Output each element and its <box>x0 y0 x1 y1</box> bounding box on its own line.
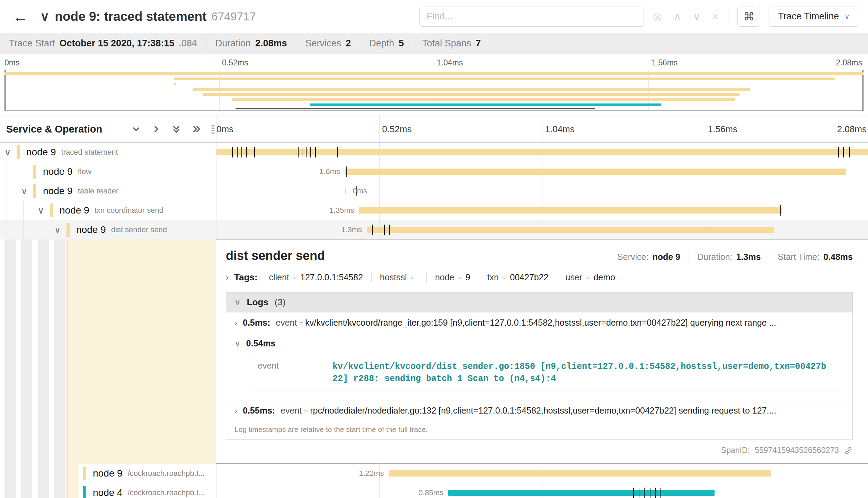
span-track[interactable]: 1.22ms <box>216 464 868 483</box>
trace-summary-bar: Trace Start October 15 2020, 17:38:15.08… <box>0 33 868 54</box>
find-next-icon[interactable]: ∨ <box>693 11 701 22</box>
logs-accordion: ∨ Logs (3) › 0.5ms: event = kv/kvclient/… <box>226 292 853 440</box>
minimap-canvas[interactable] <box>5 70 863 111</box>
summary-depth: Depth 5 <box>360 38 413 49</box>
minimap-scrubber[interactable] <box>236 108 595 109</box>
log-marker-tick <box>780 205 781 216</box>
divider <box>728 7 728 26</box>
span-name-cell: node 9flow <box>0 162 216 181</box>
timeline-header: Service & Operation 0ms0.52ms1.04ms1.56m… <box>0 116 868 143</box>
summary-duration: Duration 2.08ms <box>206 38 296 49</box>
tag-client: client=127.0.0.1:54582 <box>260 272 371 282</box>
log-marker-tick <box>298 147 299 157</box>
tag-value: 00427b22 <box>510 272 548 282</box>
logs-header[interactable]: ∨ Logs (3) <box>226 293 852 312</box>
summary-value: October 15 2020, 17:38:15 <box>60 38 175 49</box>
chevron-down-icon: ∨ <box>234 298 241 307</box>
minimap-span-bar <box>203 93 739 96</box>
span-track[interactable]: 1.35ms <box>216 201 868 220</box>
operation-name: table reader <box>78 187 118 196</box>
chevron-right-icon: › <box>234 319 237 327</box>
span-track[interactable]: 1.3ms <box>216 220 868 239</box>
tag-key: user <box>566 272 583 282</box>
keyboard-shortcuts-button[interactable]: ⌘ <box>737 7 760 27</box>
tag-key: node <box>435 272 454 282</box>
copy-link-icon[interactable] <box>844 446 853 455</box>
trace-minimap: 0ms0.52ms1.04ms1.56ms2.08ms <box>0 54 868 116</box>
span-bar[interactable] <box>345 188 347 194</box>
ruler-tick-label: 2.08ms <box>837 124 867 135</box>
view-selector-button[interactable]: Trace Timeline ∨ <box>769 7 859 27</box>
span-bar[interactable] <box>216 149 868 155</box>
meta-label: Service: <box>617 252 648 262</box>
service-name: node 9 <box>60 205 89 216</box>
back-icon[interactable]: ← <box>12 9 28 25</box>
operation-name: /cockroach.roachpb.I... <box>128 469 205 478</box>
span-track[interactable] <box>216 143 868 162</box>
find-input[interactable] <box>419 7 644 27</box>
tree-controls <box>132 125 201 134</box>
expand-all-icon[interactable] <box>192 125 201 134</box>
chevron-down-icon: ∨ <box>234 339 241 348</box>
duration-label: 1.22ms <box>359 469 384 478</box>
summary-label: Depth <box>369 38 394 49</box>
log-entry-expanded[interactable]: ∨ 0.54ms event kv/kvclient/kvcoord/dist_… <box>226 333 852 400</box>
span-bar[interactable] <box>345 169 846 175</box>
collapse-all-icon[interactable] <box>172 125 181 134</box>
caret-down-icon: ∨ <box>844 12 850 21</box>
log-field-key: event <box>249 354 333 391</box>
detail-meta: Service: node 9 Duration: 1.3ms Start Ti… <box>609 252 853 262</box>
span-name-cell: ∨node 9txn coordinator send <box>0 201 216 220</box>
span-row[interactable]: ∨node 9table reader0ms <box>0 181 868 201</box>
summary-value-suffix: .084 <box>179 38 197 49</box>
minimap-span-bar <box>310 103 661 106</box>
find-target-icon[interactable]: ◎ <box>653 11 662 22</box>
find-prev-icon[interactable]: ∧ <box>674 11 681 22</box>
span-bar[interactable] <box>389 470 771 477</box>
span-bar[interactable] <box>367 227 774 233</box>
top-bar: ← ∨ node 9: traced statement 6749717 ◎ ∧… <box>0 0 868 33</box>
span-row[interactable]: ∨node 9traced statement <box>0 143 868 162</box>
expand-one-icon[interactable] <box>152 125 161 134</box>
log-marker-tick <box>246 147 247 157</box>
span-row[interactable]: ∨node 9txn coordinator send1.35ms <box>0 201 868 220</box>
trace-collapse-chevron-icon[interactable]: ∨ <box>40 10 49 23</box>
span-name-cell: ∨node 9dist sender send <box>0 220 216 239</box>
service-name: node 9 <box>76 224 106 235</box>
log-marker-tick <box>241 147 242 157</box>
ruler-tick-label: 0ms <box>216 124 233 135</box>
tag-key: txn <box>487 272 499 282</box>
log-summary: event = rpc/nodedialer/nodedialer.go:132… <box>281 406 844 416</box>
span-track[interactable]: 0ms <box>216 181 868 201</box>
span-bar[interactable] <box>359 207 782 214</box>
tag-value: demo <box>593 272 615 282</box>
log-marker-tick <box>254 147 255 157</box>
span-row[interactable]: node 9flow1.6ms <box>0 162 868 181</box>
log-entry[interactable]: › 0.5ms: event = kv/kvclient/kvcoord/ran… <box>226 312 852 333</box>
collapse-one-icon[interactable] <box>132 125 141 134</box>
span-row[interactable]: node 4/cockroach.roachpb.I...0.85ms <box>0 483 868 498</box>
ruler-tick-label: 1.04ms <box>545 124 575 135</box>
logs-title: Logs <box>247 297 268 308</box>
span-rows-top: ∨node 9traced statementnode 9flow1.6ms∨n… <box>0 143 868 239</box>
summary-label: Total Spans <box>422 38 471 49</box>
log-marker-tick <box>650 488 650 498</box>
operation-name: txn coordinator send <box>95 206 163 215</box>
summary-label: Trace Start <box>9 38 55 49</box>
log-timestamp: 0.54ms <box>246 338 276 348</box>
tag-key: hostssl <box>380 272 407 282</box>
span-bar[interactable] <box>448 490 715 496</box>
span-row[interactable]: ∨node 9dist sender send1.3ms <box>0 220 868 239</box>
summary-value: 2 <box>346 38 351 49</box>
log-fields-table: event kv/kvclient/kvcoord/dist_sender.go… <box>249 354 837 391</box>
span-track[interactable]: 1.6ms <box>216 162 868 181</box>
service-name: node 4 <box>93 487 123 498</box>
span-row[interactable]: node 9/cockroach.roachpb.I...1.22ms <box>0 464 868 483</box>
find-controls: ◎ ∧ ∨ × <box>653 11 719 22</box>
logs-footer-note: Log timestamps are relative to the start… <box>226 421 852 439</box>
span-track[interactable]: 0.85ms <box>216 483 868 498</box>
column-resizer-handle[interactable] <box>211 125 215 134</box>
find-clear-icon[interactable]: × <box>712 11 719 22</box>
tags-accordion[interactable]: › Tags: client=127.0.0.1:54582 hostssl= … <box>226 272 853 283</box>
log-entry[interactable]: › 0.55ms: event = rpc/nodedialer/nodedia… <box>226 400 852 421</box>
